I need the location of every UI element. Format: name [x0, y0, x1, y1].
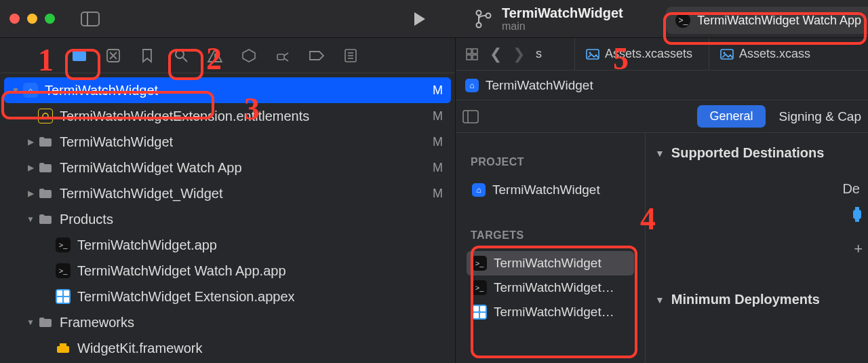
app-icon: >_	[472, 256, 487, 271]
file-icon	[37, 213, 54, 225]
tree-item[interactable]: ▼Frameworks	[0, 309, 455, 335]
target-detail-panel: ▼ Supported Destinations De + ▼ Minimum …	[646, 133, 868, 363]
path-fragment: s	[536, 47, 542, 61]
svg-point-4	[486, 13, 491, 18]
project-navigator-icon[interactable]	[68, 44, 91, 67]
target-label: TermiWatchWidget…	[494, 305, 614, 320]
breadcrumb-bar[interactable]: ⌂ TermiWatchWidget	[456, 71, 868, 100]
disclosure-icon[interactable]: ▶	[24, 163, 37, 172]
svg-rect-18	[473, 49, 477, 54]
scm-status: M	[433, 161, 443, 175]
file-icon: >_	[54, 263, 72, 278]
supported-destinations-section[interactable]: ▼ Supported Destinations	[655, 145, 868, 161]
watch-icon	[850, 206, 864, 223]
tree-item-label: TermiWatchWidgetExtension.entitlements	[60, 109, 433, 124]
disclosure-down-icon[interactable]: ▼	[9, 85, 22, 95]
image-asset-icon	[586, 49, 599, 60]
svg-point-3	[477, 22, 481, 27]
minimum-deployments-section[interactable]: ▼ Minimum Deployments	[655, 292, 868, 307]
tree-item[interactable]: ▶TermiWatchWidget Watch AppM	[0, 155, 455, 180]
image-asset-icon	[720, 49, 734, 60]
run-button[interactable]	[410, 10, 428, 28]
navigator-panel: ▼ ⌂ TermiWatchWidget M TermiWatchWidgetE…	[0, 38, 456, 363]
sidebar-toggle-icon[interactable]	[81, 12, 100, 26]
bookmark-navigator-icon[interactable]	[136, 44, 159, 67]
zoom-window-button[interactable]	[45, 14, 55, 24]
disclosure-icon[interactable]: ▼	[24, 214, 37, 224]
tree-item-label: TermiWatchWidget Extension.appex	[77, 289, 443, 305]
target-label: TermiWatchWidget	[494, 256, 601, 271]
target-item[interactable]: >_TermiWatchWidget…	[471, 275, 645, 300]
editor-tab-1[interactable]: Assets.xcassets	[574, 38, 703, 70]
disclosure-icon[interactable]: ▶	[24, 189, 37, 198]
forward-button[interactable]: ❯	[510, 45, 528, 63]
svg-rect-9	[277, 54, 284, 60]
scm-status: M	[433, 109, 443, 123]
project-entry-label: TermiWatchWidget	[492, 183, 600, 197]
project-entry[interactable]: ⌂ TermiWatchWidget	[471, 178, 645, 202]
tree-root-project[interactable]: ▼ ⌂ TermiWatchWidget M	[4, 77, 451, 103]
app-icon: >_	[472, 280, 487, 295]
title-project-info: TermiWatchWidget main	[475, 5, 623, 33]
breakpoint-navigator-icon[interactable]	[305, 44, 328, 67]
scheme-selector[interactable]: >_ TermiWatchWidget Watch App	[666, 7, 868, 34]
tree-item[interactable]: ▶TermiWatchWidgetM	[0, 129, 455, 155]
target-label: TermiWatchWidget…	[494, 280, 614, 295]
xcode-project-icon: ⌂	[23, 83, 38, 98]
svg-rect-19	[467, 55, 471, 60]
issue-navigator-icon[interactable]	[203, 44, 226, 67]
tree-item[interactable]: ▼Products	[0, 206, 455, 232]
svg-rect-15	[57, 346, 69, 353]
add-destination-button[interactable]: +	[854, 240, 863, 258]
grid-icon[interactable]	[462, 47, 481, 61]
chevron-down-icon: ▼	[655, 294, 665, 305]
branch-name: main	[502, 20, 623, 33]
svg-point-22	[589, 52, 591, 54]
project-targets-sidebar: PROJECT ⌂ TermiWatchWidget TARGETS >_Ter…	[456, 133, 646, 363]
svg-rect-0	[81, 12, 99, 26]
tree-item-label: WidgetKit.framework	[77, 341, 443, 356]
find-navigator-icon[interactable]	[170, 44, 193, 67]
navigator-tabs	[0, 38, 455, 73]
tab-general[interactable]: General	[697, 105, 765, 128]
tab-signing[interactable]: Signing & Cap	[779, 109, 861, 124]
debug-navigator-icon[interactable]	[271, 44, 294, 67]
xcode-project-icon: ⌂	[472, 183, 486, 197]
report-navigator-icon[interactable]	[339, 44, 362, 67]
tree-item[interactable]: >_TermiWatchWidget Watch App.app	[0, 258, 455, 284]
editor-tab-2[interactable]: Assets.xcass	[709, 38, 821, 70]
extension-icon	[472, 305, 487, 320]
window-controls	[9, 14, 55, 24]
back-button[interactable]: ❮	[487, 45, 505, 63]
disclosure-icon[interactable]: ▼	[24, 318, 37, 327]
tab-label: Assets.xcass	[739, 47, 810, 61]
minimize-window-button[interactable]	[27, 14, 37, 24]
svg-point-14	[43, 113, 48, 119]
tree-item[interactable]: WidgetKit.framework	[0, 335, 455, 361]
svg-line-7	[183, 58, 187, 62]
tree-item-label: Products	[60, 212, 443, 227]
tree-item-label: TermiWatchWidget	[60, 134, 433, 150]
editor-panel: ❮ ❯ s Assets.xcassets Assets.xcass ⌂ Ter…	[456, 38, 868, 363]
tree-item-label: TermiWatchWidget Watch App	[60, 160, 433, 176]
source-control-navigator-icon[interactable]	[102, 44, 125, 67]
test-navigator-icon[interactable]	[237, 44, 260, 67]
target-item[interactable]: >_TermiWatchWidget	[467, 251, 634, 275]
chevron-down-icon: ▼	[655, 148, 665, 159]
tree-item[interactable]: TermiWatchWidgetExtension.entitlementsM	[0, 103, 455, 129]
tree-item[interactable]: TermiWatchWidget Extension.appex	[0, 284, 455, 309]
svg-rect-28	[855, 207, 859, 210]
file-icon	[37, 136, 54, 148]
target-item[interactable]: TermiWatchWidget…	[471, 300, 645, 324]
section-title: Supported Destinations	[671, 145, 825, 161]
editor-tabbar: ❮ ❯ s Assets.xcassets Assets.xcass	[456, 38, 868, 71]
tree-item[interactable]: >_TermiWatchWidget.app	[0, 232, 455, 258]
tree-item-label: Frameworks	[60, 315, 443, 330]
tree-item-label: TermiWatchWidget	[45, 83, 433, 98]
tree-item[interactable]: ▶TermiWatchWidget_WidgetM	[0, 180, 455, 206]
svg-rect-29	[855, 219, 859, 222]
outline-toggle-icon[interactable]	[462, 110, 479, 123]
close-window-button[interactable]	[9, 14, 20, 24]
file-icon	[54, 342, 72, 354]
disclosure-icon[interactable]: ▶	[24, 137, 37, 147]
